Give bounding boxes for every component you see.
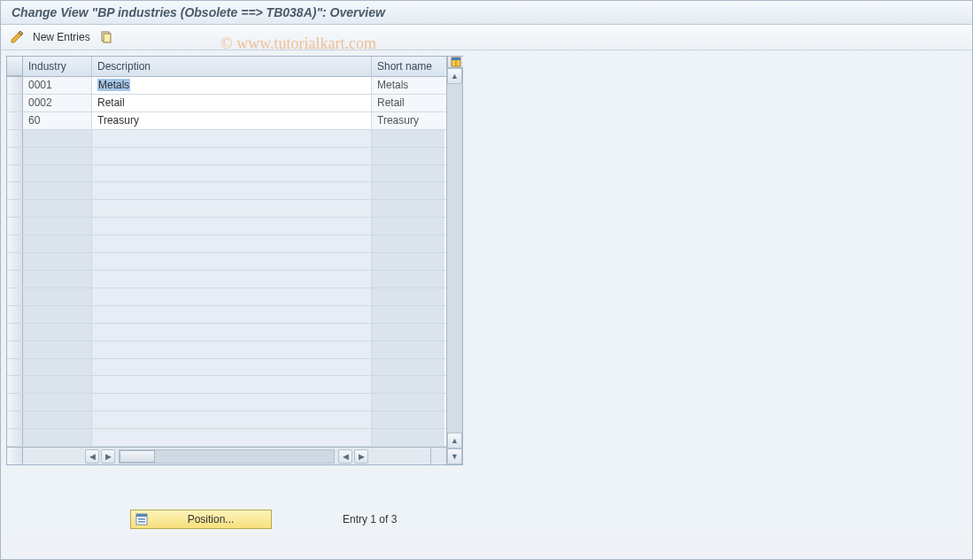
table-row[interactable] bbox=[7, 376, 446, 394]
table-row[interactable] bbox=[7, 200, 446, 218]
scroll-corner bbox=[430, 448, 446, 464]
data-grid: Industry Description Short name 0001Meta… bbox=[6, 56, 463, 465]
cell-description bbox=[92, 200, 372, 217]
row-selector[interactable] bbox=[7, 112, 23, 129]
new-entries-button[interactable]: New Entries bbox=[33, 31, 90, 43]
vscroll-track[interactable] bbox=[447, 84, 462, 433]
cell-industry[interactable]: 0001 bbox=[23, 77, 92, 94]
row-selector[interactable] bbox=[7, 218, 23, 234]
pencil-icon[interactable] bbox=[10, 30, 24, 44]
row-selector[interactable] bbox=[7, 288, 23, 305]
row-selector[interactable] bbox=[7, 148, 23, 165]
scroll-left-step2-button[interactable]: ◀ bbox=[338, 449, 352, 464]
cell-short-name[interactable]: Treasury bbox=[372, 112, 444, 129]
table-row[interactable] bbox=[7, 235, 446, 253]
table-row[interactable] bbox=[7, 306, 446, 324]
scroll-down-button[interactable]: ▼ bbox=[447, 449, 462, 464]
svg-rect-1 bbox=[104, 34, 111, 42]
scroll-left-button[interactable]: ◀ bbox=[85, 449, 99, 464]
cell-short-name bbox=[372, 394, 444, 410]
table-row[interactable] bbox=[7, 218, 446, 235]
footer: Position... Entry 1 of 3 bbox=[6, 510, 967, 529]
table-row[interactable] bbox=[7, 271, 446, 288]
table-row[interactable]: 0001MetalsMetals bbox=[7, 77, 446, 95]
table-row[interactable]: 60TreasuryTreasury bbox=[7, 112, 446, 130]
cell-description[interactable]: Treasury bbox=[92, 112, 372, 129]
row-selector[interactable] bbox=[7, 271, 23, 288]
cell-industry bbox=[23, 429, 92, 446]
cell-description[interactable]: Retail bbox=[92, 95, 372, 111]
cell-industry bbox=[23, 288, 92, 305]
cell-short-name bbox=[372, 253, 444, 270]
row-selector[interactable] bbox=[7, 306, 23, 323]
cell-short-name[interactable]: Retail bbox=[372, 95, 444, 111]
row-selector[interactable] bbox=[7, 235, 23, 252]
cell-short-name bbox=[372, 271, 444, 288]
cell-short-name bbox=[372, 200, 444, 217]
table-row[interactable] bbox=[7, 130, 446, 148]
cell-short-name bbox=[372, 341, 444, 358]
cell-industry bbox=[23, 218, 92, 234]
row-selector[interactable] bbox=[7, 253, 23, 270]
svg-rect-7 bbox=[138, 518, 145, 520]
table-config-icon[interactable] bbox=[447, 57, 463, 68]
cell-industry bbox=[23, 359, 92, 376]
cell-industry[interactable]: 60 bbox=[23, 112, 92, 129]
position-button[interactable]: Position... bbox=[130, 510, 272, 529]
position-label: Position... bbox=[154, 513, 267, 525]
row-selector[interactable] bbox=[7, 429, 23, 446]
copy-icon[interactable] bbox=[99, 30, 113, 44]
page-title: Change View "BP industries (Obsolete ==>… bbox=[12, 5, 385, 19]
row-selector[interactable] bbox=[7, 324, 23, 341]
table-row[interactable] bbox=[7, 253, 446, 271]
row-selector[interactable] bbox=[7, 394, 23, 410]
cell-description[interactable]: Metals bbox=[92, 77, 372, 94]
table-row[interactable] bbox=[7, 394, 446, 411]
cell-short-name bbox=[372, 359, 444, 376]
table-row[interactable] bbox=[7, 359, 446, 377]
table-row[interactable]: 0002RetailRetail bbox=[7, 95, 446, 112]
row-selector-stub bbox=[7, 448, 23, 464]
scroll-up-step-button[interactable]: ▲ bbox=[447, 433, 462, 449]
table-row[interactable] bbox=[7, 324, 446, 341]
row-selector[interactable] bbox=[7, 130, 23, 147]
table-row[interactable] bbox=[7, 341, 446, 359]
cell-industry bbox=[23, 182, 92, 199]
scroll-right-button[interactable]: ▶ bbox=[354, 449, 368, 464]
row-selector[interactable] bbox=[7, 182, 23, 199]
row-selector[interactable] bbox=[7, 411, 23, 428]
row-selector[interactable] bbox=[7, 200, 23, 217]
cell-description bbox=[92, 359, 372, 376]
cell-description bbox=[92, 341, 372, 358]
cell-industry bbox=[23, 341, 92, 358]
row-selector[interactable] bbox=[7, 95, 23, 111]
row-selector[interactable] bbox=[7, 376, 23, 393]
hscroll-thumb[interactable] bbox=[120, 450, 155, 463]
cell-industry[interactable]: 0002 bbox=[23, 95, 92, 111]
cell-short-name[interactable]: Metals bbox=[372, 77, 444, 94]
cell-description bbox=[92, 271, 372, 288]
select-all-handle[interactable] bbox=[7, 57, 23, 76]
row-selector[interactable] bbox=[7, 359, 23, 376]
hscroll-track[interactable] bbox=[119, 449, 335, 464]
table-row[interactable] bbox=[7, 182, 446, 200]
column-header-description[interactable]: Description bbox=[92, 57, 372, 76]
row-selector[interactable] bbox=[7, 165, 23, 182]
cell-description bbox=[92, 429, 372, 446]
row-selector[interactable] bbox=[7, 341, 23, 358]
cell-industry bbox=[23, 324, 92, 341]
hscroll-area: ◀ ▶ ◀ ▶ bbox=[23, 448, 430, 464]
table-row[interactable] bbox=[7, 411, 446, 429]
cell-description bbox=[92, 130, 372, 147]
table-row[interactable] bbox=[7, 165, 446, 183]
column-header-short-name[interactable]: Short name bbox=[372, 57, 444, 76]
table-row[interactable] bbox=[7, 429, 446, 447]
scroll-up-button[interactable]: ▲ bbox=[447, 68, 462, 84]
row-selector[interactable] bbox=[7, 77, 23, 94]
table-row[interactable] bbox=[7, 148, 446, 165]
table-row[interactable] bbox=[7, 288, 446, 306]
cell-short-name bbox=[372, 218, 444, 234]
column-header-industry[interactable]: Industry bbox=[23, 57, 92, 76]
scroll-right-step-button[interactable]: ▶ bbox=[101, 449, 115, 464]
cell-description bbox=[92, 235, 372, 252]
